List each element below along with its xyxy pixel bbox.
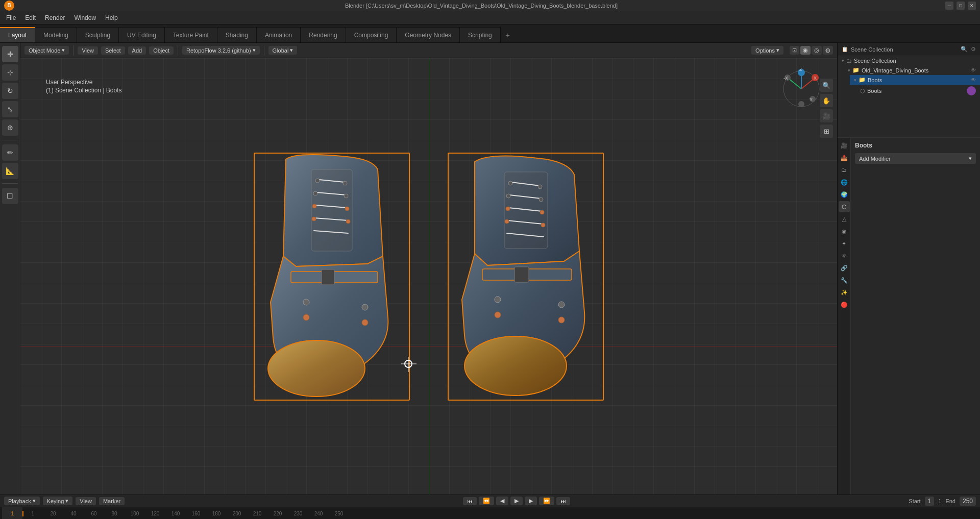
outliner-item-boots[interactable]: ▾ 📁 Boots 👁 [850,75,980,85]
frame-num-240: 240 [308,511,329,516]
options-dropdown-icon: ▾ [776,47,779,54]
options-btn[interactable]: Options ▾ [751,46,783,55]
props-particles-icon[interactable]: ✦ [839,238,850,249]
minimize-button[interactable]: ─ [945,2,953,10]
object-menu[interactable]: Object [149,46,174,55]
navigation-gizmo[interactable]: X -X Z Y [781,68,822,109]
rotate-tool[interactable]: ↻ [2,83,18,99]
svg-point-12 [345,207,349,211]
add-cube-tool[interactable]: ☐ [2,188,18,204]
tab-uv-editing[interactable]: UV Editing [119,27,165,42]
svg-rect-16 [322,269,334,285]
measure-tool[interactable]: 📐 [2,163,18,179]
props-shader-icon[interactable]: 🔴 [839,299,850,310]
scene-collection-icon: 🗂 [846,58,852,64]
select-menu[interactable]: Select [101,46,125,55]
next-frame-btn[interactable]: ▶ [525,497,537,505]
pan-btn[interactable]: ✋ [820,94,833,107]
material-btn[interactable]: ◎ [812,46,822,55]
frame-num-160: 160 [186,511,206,516]
props-physics-icon[interactable]: ⚛ [839,250,850,261]
scale-tool[interactable]: ⤡ [2,101,18,117]
props-output-icon[interactable]: 📤 [839,152,850,163]
global-selector[interactable]: Global ▾ [268,46,298,55]
props-constraints-icon[interactable]: 🔗 [839,262,850,274]
props-world-icon[interactable]: 🌍 [839,189,850,200]
props-render-icon[interactable]: 🎥 [839,140,850,151]
ortho-btn[interactable]: ⊞ [820,125,833,138]
marker-btn[interactable]: Marker [99,497,125,505]
tab-modeling[interactable]: Modeling [35,27,77,42]
start-frame-input[interactable]: 1 [925,497,935,506]
cursor-tool[interactable]: ✛ [2,46,18,62]
jump-start-btn[interactable]: ⏮ [463,497,477,505]
props-object-icon[interactable]: ⬡ [839,201,850,212]
playback-btn[interactable]: Playback ▾ [4,497,40,505]
add-workspace-button[interactable]: + [501,28,515,42]
camera-btn[interactable]: 🎥 [820,109,833,122]
zoom-btn[interactable]: 🔍 [820,79,833,92]
tab-shading[interactable]: Shading [217,27,257,42]
tab-animation[interactable]: Animation [257,27,301,42]
outliner-search-icon[interactable]: 🔍 [961,46,968,53]
keying-btn[interactable]: Keying ▾ [43,497,73,505]
wireframe-btn[interactable]: ⊡ [790,46,799,55]
tab-geometry-nodes[interactable]: Geometry Nodes [397,27,460,42]
add-menu[interactable]: Add [128,46,146,55]
props-view-layer-icon[interactable]: 🗂 [839,164,850,176]
frame-num-200: 200 [227,511,247,516]
addon-dropdown-icon: ▾ [253,47,256,54]
close-button[interactable]: ✕ [968,2,976,10]
maximize-button[interactable]: □ [957,2,965,10]
menu-render[interactable]: Render [41,13,69,22]
outliner-item-diving-boots[interactable]: ▾ 📁 Old_Vintage_Diving_Boots 👁 [844,65,980,75]
props-scene-icon[interactable]: 🌐 [839,177,850,188]
prev-keyframe-btn[interactable]: ⏪ [479,497,494,505]
mode-selector[interactable]: Object Mode ▾ [24,46,69,55]
global-dropdown-icon: ▾ [290,47,293,54]
end-frame-input[interactable]: 250 [960,497,976,506]
outliner-filter-icon[interactable]: ⚙ [971,46,976,53]
boot-right[interactable] [449,154,602,399]
props-mesh-icon[interactable]: △ [839,213,850,225]
annotate-tool[interactable]: ✏ [2,144,18,161]
properties-section: 🎥 📤 🗂 🌐 🌍 ⬡ △ ◉ ✦ ⚛ 🔗 🔧 ✨ 🔴 Boots Add M [838,138,980,495]
solid-btn[interactable]: ◉ [800,46,811,55]
timeline-strip[interactable]: 1 1 20 40 60 80 100 120 140 160 180 200 … [0,507,980,519]
boot-left[interactable] [255,154,408,399]
menu-file[interactable]: File [2,13,20,22]
prev-frame-btn[interactable]: ◀ [496,497,508,505]
props-vfx-icon[interactable]: ✨ [839,287,850,298]
canvas-area[interactable]: User Perspective (1) Scene Collection | … [20,58,837,495]
tab-rendering[interactable]: Rendering [301,27,346,42]
outliner-item-scene-collection[interactable]: ▾ 🗂 Scene Collection [838,56,980,65]
props-material-icon[interactable]: ◉ [839,226,850,237]
jump-end-btn[interactable]: ⏭ [556,497,570,505]
timeline-view-btn[interactable]: View [76,497,96,505]
viewport[interactable]: Object Mode ▾ View Select Add Object Ret… [20,43,837,495]
tab-layout[interactable]: Layout [0,27,35,42]
addon-btn[interactable]: RetopoFlow 3.2.6 (github) ▾ [182,46,260,55]
tab-scripting[interactable]: Scripting [460,27,501,42]
play-btn[interactable]: ▶ [510,497,523,505]
outliner-item-boots-mesh[interactable]: ⬡ Boots [856,85,980,97]
tab-sculpting[interactable]: Sculpting [77,27,119,42]
menu-edit[interactable]: Edit [21,13,40,22]
current-frame-display: 1 [938,498,941,504]
rendered-btn[interactable]: ◍ [823,46,833,55]
boots-eye-icon[interactable]: 👁 [971,77,976,83]
diving-boots-eye-icon[interactable]: 👁 [971,67,976,73]
next-keyframe-btn[interactable]: ⏩ [539,497,554,505]
boots-mesh-label: Boots [867,88,881,94]
props-modifiers-icon[interactable]: 🔧 [839,275,850,286]
transform-tool[interactable]: ⊕ [2,119,18,136]
frame-controls: Start 1 1 End 250 [909,497,976,506]
frame-num-80: 80 [104,511,125,516]
view-menu[interactable]: View [78,46,98,55]
add-modifier-button[interactable]: Add Modifier ▾ [855,153,976,164]
move-tool[interactable]: ⊹ [2,64,18,81]
menu-help[interactable]: Help [101,13,122,22]
tab-texture-paint[interactable]: Texture Paint [165,27,217,42]
menu-window[interactable]: Window [70,13,100,22]
tab-compositing[interactable]: Compositing [346,27,397,42]
